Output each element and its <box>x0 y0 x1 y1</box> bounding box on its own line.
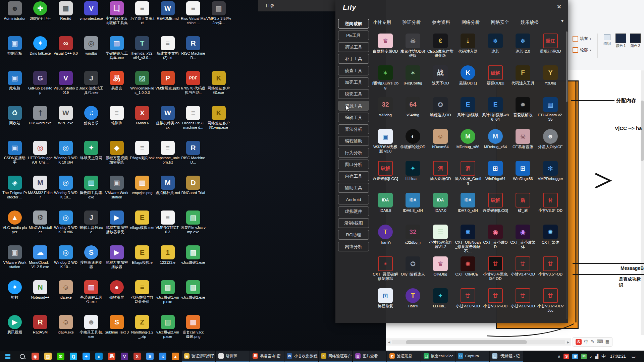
desktop-icon[interactable]: ▦ResEd <box>53 1 78 36</box>
desktop-icon[interactable]: ♫酷狗音乐 <box>78 106 104 141</box>
desktop-icon[interactable]: ☺ida64.exe <box>53 315 78 350</box>
tool-item[interactable]: ✶[Fix]Config <box>399 65 427 97</box>
lily-category[interactable]: Android <box>338 195 369 204</box>
tool-item[interactable]: 酒酒入论坛OD <box>427 161 454 193</box>
vertical-scrollbar-thumb[interactable] <box>641 101 644 161</box>
pinned-app-xmind[interactable]: X <box>131 351 144 362</box>
lily-category[interactable]: PE工具 <box>338 31 369 40</box>
tool-item[interactable]: 32x32dbg <box>372 97 399 129</box>
tool-item[interactable]: ⊞WinDbgx86 <box>509 161 537 193</box>
lily-category[interactable]: 编程辅助 <box>338 136 369 146</box>
lily-category[interactable]: 编辑工具 <box>338 113 369 122</box>
pinned-app-kugou[interactable]: ♫ <box>156 351 169 362</box>
lily-category[interactable]: 补丁工具 <box>338 54 369 64</box>
lily-category[interactable]: 虚拟硬件 <box>338 206 369 216</box>
desktop-icon[interactable]: ≡Oreans RISC machine d... <box>180 106 206 141</box>
desktop-icon[interactable]: ◈The Enigma Protector ... <box>2 176 28 210</box>
tool-item[interactable]: 甘小甘V3.6°-ODvJcc <box>537 288 564 320</box>
lily-category[interactable]: 录制/截图 <box>338 218 369 228</box>
desktop-icon[interactable]: RRISC Machine D... <box>180 36 206 71</box>
desktop-icon[interactable]: ◎Windbg D WDK 10... <box>53 245 78 280</box>
task-button[interactable]: ▣验证源码例子 <box>182 351 215 362</box>
tool-item[interactable]: YYzDbg <box>537 65 564 97</box>
tool-item[interactable]: 破解吾爱破解[LCG] <box>482 193 509 225</box>
lily-category[interactable]: 侦查工具 <box>338 66 369 75</box>
desktop-icon[interactable]: ✦DingTalk.exe <box>28 36 53 71</box>
desktop-icon[interactable]: ◎HTTPDebuggerUI_Chs... <box>28 141 53 176</box>
task-button[interactable]: ▤嵌套call vJcc... <box>421 351 455 362</box>
graphics-icon[interactable]: ▣ <box>572 354 578 359</box>
desktop-icon[interactable]: J破解工具包.exe <box>78 210 104 245</box>
task-button[interactable]: K网络验证客户... <box>319 351 352 362</box>
desktop-icon[interactable]: ▦嵌套call vJcc爆破.png <box>180 315 206 350</box>
tool-item[interactable]: ◉CXT_赤小瞳繁体 <box>509 225 537 256</box>
tool-item[interactable]: 甘小甘V3.6°-OD <box>509 288 537 320</box>
desktop-icon[interactable]: DDNGuard Trial <box>180 176 206 210</box>
sogou-ime-icon[interactable]: ⌨ <box>597 339 603 345</box>
tool-item[interactable]: ☺hDasm64 <box>427 129 454 161</box>
desktop-icon[interactable]: SSublime Text 3 <box>104 315 129 350</box>
tool-item[interactable]: IDAIDA6.8_x64 <box>399 193 427 225</box>
desktop-icon[interactable]: 1123123.e <box>155 245 180 280</box>
network-icon[interactable]: ▟ <box>595 354 598 359</box>
desktop-icon[interactable]: ▣VMware Workstation <box>2 245 28 280</box>
tool-item[interactable]: 甘小甘V3.5°-OD <box>537 256 564 288</box>
desktop-icon[interactable]: WREADME.md <box>155 1 180 36</box>
pinned-app-edge[interactable]: e <box>93 351 105 362</box>
desktop-icon[interactable]: ZNandlang-1.2_.zip <box>129 315 155 350</box>
desktop-icon[interactable]: ▶腾讯视频 <box>2 315 28 350</box>
lily-category[interactable]: 资源工具 <box>338 101 369 111</box>
tool-item[interactable]: IDAIDA6.8 <box>372 193 399 225</box>
tool-item[interactable]: K最强OD[1] <box>454 65 482 97</box>
tool-item[interactable]: 酒酒入论坛_Config <box>454 161 482 193</box>
desktop-icon[interactable]: ◎windbg <box>78 36 104 71</box>
desktop-icon[interactable]: ⚙MinGW Installer <box>28 210 53 245</box>
tool-item[interactable]: F代码注入工具 <box>509 65 537 97</box>
tool-item[interactable]: ▦ETU-Dasm v2.35 <box>537 97 564 129</box>
desktop-icon[interactable]: K网络验证客户端.exe <box>206 71 231 106</box>
pinned-app-sogou-browser[interactable]: S <box>144 351 156 362</box>
task-button[interactable]: ◩验证消息 <box>387 351 421 362</box>
desktop-icon[interactable]: Eeflags模拟.exe <box>129 210 155 245</box>
tool-item[interactable]: ☰小甘代码流滑器V1.2 <box>427 225 454 256</box>
desktop-icon[interactable]: ▤vJcc爆破2.exe <box>180 280 206 315</box>
desktop-icon[interactable]: ✦钉钉 <box>2 280 28 315</box>
tool-item[interactable]: E风叶1加强版 <box>454 97 482 129</box>
ribbon-button-outline[interactable]: 轮廓▾ <box>571 46 593 54</box>
pinned-app-chrome[interactable]: ◉ <box>29 351 42 362</box>
ribbon-button-fill[interactable]: 填充▾ <box>571 35 593 43</box>
task-button[interactable]: CCaptura <box>455 351 489 362</box>
lily-category[interactable]: 脱壳工具 <box>338 89 369 99</box>
desktop-icon[interactable]: RRadASM <box>28 315 53 350</box>
tool-item[interactable]: ✦Li.Hua、 <box>399 161 427 193</box>
lily-tab[interactable]: 参考资料 <box>432 19 450 25</box>
desktop-icon[interactable]: Vvmprotect.exe <box>78 1 104 36</box>
desktop-icon[interactable]: W虚拟机种类.docx <box>155 106 180 141</box>
lily-category[interactable]: 网络分析 <box>338 242 369 251</box>
clock[interactable]: 17:02:21 <box>609 354 627 359</box>
lily-category[interactable]: 内存工具 <box>338 171 369 181</box>
desktop-icon[interactable]: ●傲软录屏 <box>104 280 129 315</box>
desktop-icon[interactable]: ▥学破解论坛工具集.exe <box>104 36 129 71</box>
tool-item[interactable]: ♛OllyDbg <box>427 256 454 288</box>
tool-item[interactable]: 盾破_盾 <box>509 193 537 225</box>
action-center-icon[interactable]: ▭ <box>630 354 637 359</box>
lily-grid-scrollbar[interactable] <box>566 31 568 319</box>
tool-item[interactable]: €CE5.5魔鬼作坊进化版 <box>427 34 454 65</box>
chevron-down-icon[interactable]: ▾ <box>561 18 564 23</box>
lily-tab[interactable]: 验证分析 <box>402 19 421 25</box>
desktop-icon[interactable]: PVM发展史.pptx <box>155 71 180 106</box>
close-icon[interactable]: ✕ <box>554 2 564 12</box>
tool-item[interactable]: ▣W32DSM无极版 v3.0 <box>372 129 399 161</box>
tool-item[interactable]: ✴CXT_吾爱破解修复限踪 <box>372 256 399 288</box>
tray-expand-icon[interactable]: ∧ <box>557 354 561 359</box>
desktop-icon[interactable]: ▶鹏程万里加密播放器 <box>104 245 129 280</box>
wechat-tray-icon[interactable]: ✉ <box>581 354 587 359</box>
desktop-icon[interactable]: ☁MonoCloud、V1.2.5.exe <box>28 245 53 280</box>
tool-item[interactable]: ◐学破解论坛OD <box>399 129 427 161</box>
tool-item[interactable]: 32x32dbg_r <box>399 225 427 256</box>
desktop-icon[interactable]: ◆鹏程万里视频加密系统 <box>104 141 129 176</box>
sogou-ime-icon[interactable]: S <box>564 354 569 359</box>
desktop-icon[interactable]: ▶鹏程万里加密播放器常见... <box>104 210 129 245</box>
tool-item[interactable]: ♛白嫖怪专属OD <box>372 34 399 65</box>
